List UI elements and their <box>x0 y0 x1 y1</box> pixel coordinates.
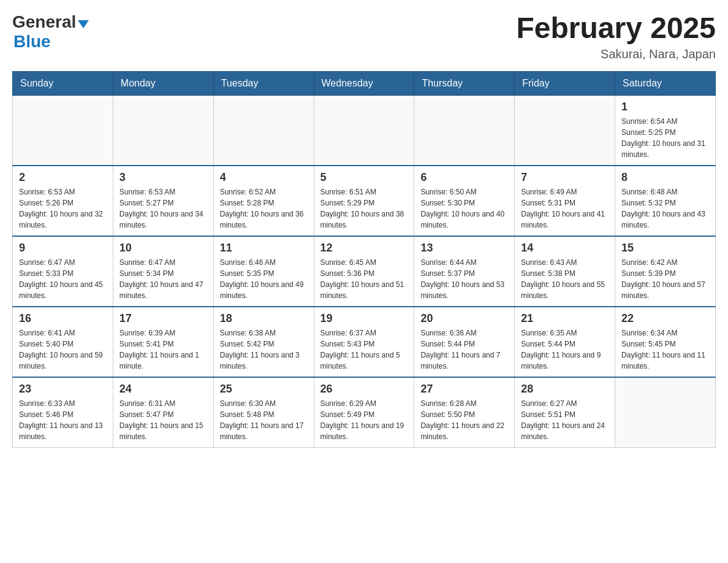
day-number: 16 <box>19 312 107 325</box>
day-info: Sunrise: 6:44 AM Sunset: 5:37 PM Dayligh… <box>420 257 508 301</box>
day-number: 17 <box>119 312 207 325</box>
calendar-day-cell <box>515 95 615 166</box>
day-number: 18 <box>220 312 308 325</box>
day-number: 2 <box>19 171 107 184</box>
day-number: 7 <box>521 171 609 184</box>
day-number: 25 <box>220 383 308 396</box>
month-year-title: February 2025 <box>516 12 716 45</box>
day-info: Sunrise: 6:30 AM Sunset: 5:48 PM Dayligh… <box>220 398 308 442</box>
calendar-day-cell: 2Sunrise: 6:53 AM Sunset: 5:26 PM Daylig… <box>13 166 113 236</box>
calendar-day-cell: 23Sunrise: 6:33 AM Sunset: 5:46 PM Dayli… <box>13 377 113 448</box>
day-number: 11 <box>220 242 308 255</box>
calendar-day-cell: 22Sunrise: 6:34 AM Sunset: 5:45 PM Dayli… <box>615 307 716 377</box>
day-info: Sunrise: 6:28 AM Sunset: 5:50 PM Dayligh… <box>420 398 508 442</box>
day-info: Sunrise: 6:42 AM Sunset: 5:39 PM Dayligh… <box>621 257 709 301</box>
calendar-day-header: Monday <box>113 71 213 95</box>
day-number: 9 <box>19 242 107 255</box>
calendar-day-cell: 6Sunrise: 6:50 AM Sunset: 5:30 PM Daylig… <box>414 166 515 236</box>
calendar-day-cell <box>314 95 414 166</box>
calendar-day-cell: 9Sunrise: 6:47 AM Sunset: 5:33 PM Daylig… <box>13 236 113 307</box>
calendar-day-cell: 5Sunrise: 6:51 AM Sunset: 5:29 PM Daylig… <box>314 166 414 236</box>
calendar-day-cell <box>113 95 213 166</box>
day-number: 13 <box>420 242 508 255</box>
day-info: Sunrise: 6:48 AM Sunset: 5:32 PM Dayligh… <box>621 186 709 231</box>
calendar-week-row: 23Sunrise: 6:33 AM Sunset: 5:46 PM Dayli… <box>13 377 716 448</box>
day-number: 12 <box>320 242 408 255</box>
calendar-week-row: 1Sunrise: 6:54 AM Sunset: 5:25 PM Daylig… <box>13 95 716 166</box>
day-info: Sunrise: 6:37 AM Sunset: 5:43 PM Dayligh… <box>320 327 408 372</box>
calendar-day-header: Friday <box>515 71 615 95</box>
day-info: Sunrise: 6:29 AM Sunset: 5:49 PM Dayligh… <box>320 398 408 442</box>
calendar-day-cell: 28Sunrise: 6:27 AM Sunset: 5:51 PM Dayli… <box>515 377 615 448</box>
calendar-day-cell: 7Sunrise: 6:49 AM Sunset: 5:31 PM Daylig… <box>515 166 615 236</box>
calendar-day-cell: 25Sunrise: 6:30 AM Sunset: 5:48 PM Dayli… <box>213 377 314 448</box>
calendar-day-cell: 24Sunrise: 6:31 AM Sunset: 5:47 PM Dayli… <box>113 377 213 448</box>
calendar-day-cell: 12Sunrise: 6:45 AM Sunset: 5:36 PM Dayli… <box>314 236 414 307</box>
calendar-day-cell: 15Sunrise: 6:42 AM Sunset: 5:39 PM Dayli… <box>615 236 716 307</box>
calendar-day-cell: 13Sunrise: 6:44 AM Sunset: 5:37 PM Dayli… <box>414 236 515 307</box>
day-info: Sunrise: 6:41 AM Sunset: 5:40 PM Dayligh… <box>19 327 107 372</box>
calendar-day-cell: 10Sunrise: 6:47 AM Sunset: 5:34 PM Dayli… <box>113 236 213 307</box>
day-number: 24 <box>119 383 207 396</box>
day-info: Sunrise: 6:52 AM Sunset: 5:28 PM Dayligh… <box>220 186 308 231</box>
calendar-day-cell: 8Sunrise: 6:48 AM Sunset: 5:32 PM Daylig… <box>615 166 716 236</box>
calendar-day-header: Tuesday <box>213 71 314 95</box>
calendar-day-header: Sunday <box>13 71 113 95</box>
day-number: 10 <box>119 242 207 255</box>
day-info: Sunrise: 6:46 AM Sunset: 5:35 PM Dayligh… <box>220 257 308 301</box>
calendar-week-row: 2Sunrise: 6:53 AM Sunset: 5:26 PM Daylig… <box>13 166 716 236</box>
day-info: Sunrise: 6:53 AM Sunset: 5:27 PM Dayligh… <box>119 186 207 231</box>
logo-triangle-icon <box>78 20 89 28</box>
day-number: 4 <box>220 171 308 184</box>
calendar-day-cell: 27Sunrise: 6:28 AM Sunset: 5:50 PM Dayli… <box>414 377 515 448</box>
calendar-day-cell: 1Sunrise: 6:54 AM Sunset: 5:25 PM Daylig… <box>615 95 716 166</box>
day-info: Sunrise: 6:47 AM Sunset: 5:33 PM Dayligh… <box>19 257 107 301</box>
calendar-day-cell: 17Sunrise: 6:39 AM Sunset: 5:41 PM Dayli… <box>113 307 213 377</box>
day-number: 26 <box>320 383 408 396</box>
day-info: Sunrise: 6:27 AM Sunset: 5:51 PM Dayligh… <box>521 398 609 442</box>
day-number: 1 <box>621 101 709 113</box>
day-info: Sunrise: 6:34 AM Sunset: 5:45 PM Dayligh… <box>621 327 709 372</box>
day-number: 6 <box>420 171 508 184</box>
day-number: 21 <box>521 312 609 325</box>
calendar-day-cell: 19Sunrise: 6:37 AM Sunset: 5:43 PM Dayli… <box>314 307 414 377</box>
day-number: 28 <box>521 383 609 396</box>
calendar-day-header: Thursday <box>414 71 515 95</box>
day-info: Sunrise: 6:45 AM Sunset: 5:36 PM Dayligh… <box>320 257 408 301</box>
logo-blue-text: Blue <box>13 32 51 51</box>
day-info: Sunrise: 6:54 AM Sunset: 5:25 PM Dayligh… <box>621 116 709 160</box>
calendar-day-cell: 11Sunrise: 6:46 AM Sunset: 5:35 PM Dayli… <box>213 236 314 307</box>
calendar-day-header: Saturday <box>615 71 716 95</box>
day-number: 8 <box>621 171 709 184</box>
calendar-day-header: Wednesday <box>314 71 414 95</box>
day-info: Sunrise: 6:50 AM Sunset: 5:30 PM Dayligh… <box>420 186 508 231</box>
calendar-day-cell: 4Sunrise: 6:52 AM Sunset: 5:28 PM Daylig… <box>213 166 314 236</box>
logo-general-text: General <box>12 12 76 32</box>
day-info: Sunrise: 6:39 AM Sunset: 5:41 PM Dayligh… <box>119 327 207 372</box>
logo: General Blue <box>12 12 89 52</box>
day-number: 3 <box>119 171 207 184</box>
day-info: Sunrise: 6:49 AM Sunset: 5:31 PM Dayligh… <box>521 186 609 231</box>
day-info: Sunrise: 6:53 AM Sunset: 5:26 PM Dayligh… <box>19 186 107 231</box>
title-section: February 2025 Sakurai, Nara, Japan <box>516 12 716 61</box>
day-number: 14 <box>521 242 609 255</box>
calendar-day-cell: 26Sunrise: 6:29 AM Sunset: 5:49 PM Dayli… <box>314 377 414 448</box>
calendar-day-cell <box>615 377 716 448</box>
calendar-day-cell: 3Sunrise: 6:53 AM Sunset: 5:27 PM Daylig… <box>113 166 213 236</box>
day-info: Sunrise: 6:38 AM Sunset: 5:42 PM Dayligh… <box>220 327 308 372</box>
calendar-day-cell: 21Sunrise: 6:35 AM Sunset: 5:44 PM Dayli… <box>515 307 615 377</box>
day-number: 20 <box>420 312 508 325</box>
calendar-day-cell: 16Sunrise: 6:41 AM Sunset: 5:40 PM Dayli… <box>13 307 113 377</box>
day-info: Sunrise: 6:31 AM Sunset: 5:47 PM Dayligh… <box>119 398 207 442</box>
location-subtitle: Sakurai, Nara, Japan <box>516 47 716 61</box>
calendar-day-cell <box>414 95 515 166</box>
day-number: 19 <box>320 312 408 325</box>
calendar-day-cell <box>213 95 314 166</box>
calendar-day-cell: 14Sunrise: 6:43 AM Sunset: 5:38 PM Dayli… <box>515 236 615 307</box>
day-number: 5 <box>320 171 408 184</box>
day-info: Sunrise: 6:43 AM Sunset: 5:38 PM Dayligh… <box>521 257 609 301</box>
day-number: 23 <box>19 383 107 396</box>
calendar-header-row: SundayMondayTuesdayWednesdayThursdayFrid… <box>13 71 716 95</box>
day-info: Sunrise: 6:47 AM Sunset: 5:34 PM Dayligh… <box>119 257 207 301</box>
calendar-week-row: 9Sunrise: 6:47 AM Sunset: 5:33 PM Daylig… <box>13 236 716 307</box>
